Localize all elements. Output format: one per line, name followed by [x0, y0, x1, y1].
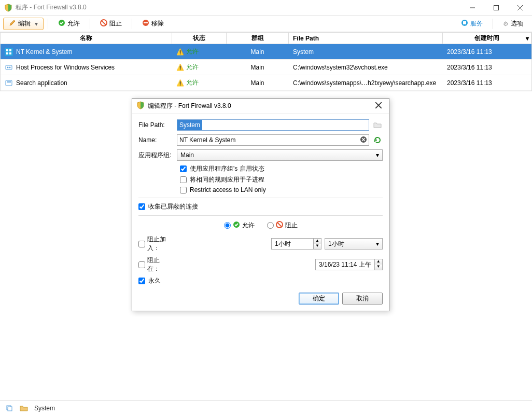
lan-only-checkbox[interactable] [180, 187, 187, 193]
svg-rect-15 [7, 81, 11, 82]
col-ctime[interactable]: 创建时间▾ [443, 33, 531, 44]
block-in-checkbox[interactable] [138, 241, 145, 247]
copy-icon[interactable] [5, 404, 13, 412]
allow-button[interactable]: 允许 [52, 18, 86, 30]
block-in-label: 阻止加入： [147, 235, 171, 253]
ok-button[interactable]: 确定 [299, 293, 339, 305]
row-ctime: 2023/3/16 11:13 [447, 48, 492, 56]
col-filepath[interactable]: File Path [289, 33, 443, 44]
table-header: 名称 状态 群组 File Path 创建时间▾ [1, 33, 531, 44]
dialog-close-button[interactable] [372, 102, 385, 110]
col-group[interactable]: 群组 [227, 33, 289, 44]
appgroup-label: 应用程序组: [138, 151, 174, 160]
close-button[interactable] [508, 0, 532, 16]
use-group-state-label: 使用应用程序组's 启用状态 [190, 164, 264, 173]
svg-rect-9 [6, 52, 8, 54]
name-input[interactable] [177, 134, 369, 146]
svg-point-13 [9, 66, 11, 68]
svg-rect-7 [6, 49, 8, 51]
services-button[interactable]: 服务 [455, 18, 488, 30]
sort-desc-icon: ▾ [526, 35, 529, 42]
warning-icon: ⚠️ [176, 48, 184, 56]
cancel-button[interactable]: 取消 [342, 293, 383, 305]
block-in-combo[interactable]: 1小时▾ [325, 238, 383, 250]
folder-icon[interactable] [20, 404, 28, 412]
app-row-icon [5, 48, 13, 56]
refresh-icon[interactable] [372, 135, 383, 145]
maximize-button[interactable] [484, 0, 508, 16]
block-circle-icon [276, 221, 283, 230]
allow-label: 允许 [67, 19, 80, 28]
row-ctime: 2023/3/16 11:13 [447, 79, 492, 87]
app-icon [4, 4, 12, 12]
svg-rect-0 [494, 5, 499, 10]
row-path: C:\windows\system32\svchost.exe [293, 64, 388, 71]
edit-button[interactable]: 编辑 ▾ [3, 18, 44, 30]
svg-rect-6 [463, 21, 466, 24]
table-row[interactable]: NT Kernel & System ⚠️允许 Main System 2023… [1, 44, 531, 60]
name-label: Name: [138, 136, 174, 144]
col-name[interactable]: 名称 [1, 33, 172, 44]
svg-rect-10 [9, 52, 11, 54]
dialog-titlebar: 编辑程序 - Fort Firewall v3.8.0 [132, 99, 389, 114]
remove-button[interactable]: 移除 [136, 18, 170, 30]
options-button[interactable]: ⚙ 选项 [497, 18, 529, 30]
svg-rect-20 [8, 407, 12, 411]
row-path: C:\windows\systemapps\…h2txyewy\searchap… [293, 79, 436, 87]
appgroup-select[interactable]: Main ▾ [177, 149, 383, 161]
apply-children-label: 将相同的规则应用于子进程 [190, 175, 264, 184]
table-row[interactable]: Search application ⚠️允许 Main C:\windows\… [1, 75, 531, 91]
block-circle-icon [100, 19, 107, 28]
block-button[interactable]: 阻止 [94, 18, 128, 30]
chevron-down-icon: ▾ [376, 240, 379, 247]
window-title: 程序 - Fort Firewall v3.8.0 [16, 3, 460, 12]
collect-blocked-checkbox[interactable] [138, 203, 145, 210]
row-path: System [293, 48, 314, 56]
spin-down-icon[interactable]: ▼ [314, 244, 321, 249]
row-group: Main [250, 79, 264, 87]
options-label: 选项 [511, 19, 523, 28]
app-icon [136, 101, 145, 111]
filepath-input[interactable] [177, 119, 369, 131]
app-row-icon [5, 79, 13, 87]
gear-icon: ⚙ [503, 20, 509, 27]
table-row[interactable]: Host Process for Windows Services ⚠️允许 M… [1, 60, 531, 75]
block-at-datetime[interactable]: 3/16/23 11:14 上午▲▼ [315, 259, 383, 270]
filepath-label: File Path: [138, 121, 174, 129]
dialog-title: 编辑程序 - Fort Firewall v3.8.0 [148, 102, 372, 110]
forever-label: 永久 [148, 276, 161, 285]
browse-folder-icon[interactable] [372, 120, 383, 130]
services-label: 服务 [470, 19, 483, 28]
edit-program-dialog: 编辑程序 - Fort Firewall v3.8.0 File Path: N… [132, 98, 389, 311]
row-name: Search application [16, 79, 67, 87]
apply-children-checkbox[interactable] [180, 176, 187, 183]
row-group: Main [250, 64, 264, 71]
allow-radio-label[interactable]: 允许 [224, 221, 255, 230]
minimize-button[interactable] [460, 0, 484, 16]
row-status: 允许 [186, 78, 199, 87]
block-at-checkbox[interactable] [138, 261, 145, 268]
chevron-down-icon: ▾ [35, 20, 38, 27]
svg-rect-8 [9, 49, 11, 51]
row-status: 允许 [186, 63, 199, 72]
pencil-icon [9, 19, 16, 28]
statusbar: System [0, 400, 532, 415]
col-status[interactable]: 状态 [172, 33, 227, 44]
check-circle-icon [233, 221, 240, 230]
block-label: 阻止 [109, 19, 122, 28]
toolbar: 编辑 ▾ 允许 阻止 移除 服务 ⚙ 选项 [0, 16, 532, 32]
block-radio-label[interactable]: 阻止 [267, 221, 298, 230]
row-ctime: 2023/3/16 11:13 [447, 64, 492, 71]
appgroup-value: Main [180, 151, 194, 159]
block-radio[interactable] [267, 222, 274, 229]
block-in-spin[interactable]: 1小时▲▼ [271, 238, 321, 250]
use-group-state-checkbox[interactable] [180, 165, 187, 172]
apps-table: 名称 状态 群组 File Path 创建时间▾ NT Kernel & Sys… [0, 32, 532, 91]
allow-radio[interactable] [224, 222, 231, 229]
titlebar: 程序 - Fort Firewall v3.8.0 [0, 0, 532, 16]
row-group: Main [250, 48, 264, 56]
spin-down-icon[interactable]: ▼ [375, 265, 382, 270]
forever-checkbox[interactable] [138, 278, 145, 284]
clear-name-icon[interactable] [360, 136, 367, 145]
lan-only-label: Restrict access to LAN only [190, 186, 266, 193]
